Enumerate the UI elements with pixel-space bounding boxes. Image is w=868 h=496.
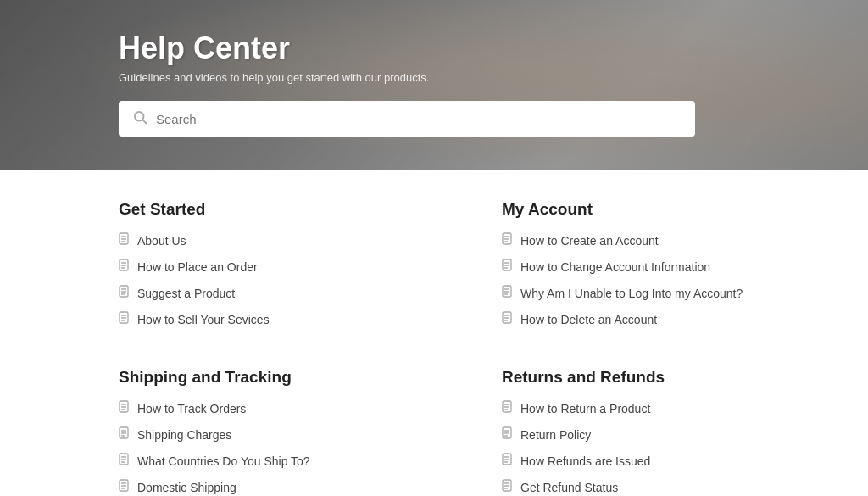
list-item[interactable]: How to Delete an Account xyxy=(502,311,817,327)
search-bar-wrapper xyxy=(119,101,817,137)
category-title-my-account: My Account xyxy=(502,200,817,219)
search-input[interactable] xyxy=(156,112,682,126)
list-item-label: How Refunds are Issued xyxy=(520,454,650,468)
list-item[interactable]: About Us xyxy=(119,232,434,248)
list-item-label: Return Policy xyxy=(520,428,591,442)
list-item[interactable]: Shipping Charges xyxy=(119,426,434,443)
list-item-label: What Countries Do You Ship To? xyxy=(137,454,310,468)
hero-section: Help Center Guidelines and videos to hel… xyxy=(0,0,868,170)
list-item-label: How to Delete an Account xyxy=(520,313,657,326)
document-icon xyxy=(502,453,514,469)
list-item[interactable]: How to Track Orders xyxy=(119,400,434,416)
document-icon xyxy=(502,232,514,248)
category-returns-refunds: Returns and Refunds How to Return a Prod… xyxy=(502,368,817,496)
list-item-label: Get Refund Status xyxy=(520,481,618,494)
list-item[interactable]: What Countries Do You Ship To? xyxy=(119,453,434,469)
list-item[interactable]: How Refunds are Issued xyxy=(502,453,817,469)
list-item[interactable]: Domestic Shipping xyxy=(119,479,434,495)
category-list-get-started: About Us How to Place an Order Suggest a… xyxy=(119,232,434,327)
list-item-label: How to Return a Product xyxy=(520,402,650,415)
category-title-get-started: Get Started xyxy=(119,200,434,219)
category-list-returns-refunds: How to Return a Product Return Policy Ho… xyxy=(502,400,817,495)
document-icon xyxy=(502,311,514,327)
document-icon xyxy=(502,479,514,495)
document-icon xyxy=(502,259,514,275)
list-item[interactable]: Return Policy xyxy=(502,426,817,443)
list-item-label: How to Sell Your Sevices xyxy=(137,313,270,326)
list-item-label: How to Place an Order xyxy=(137,260,258,274)
category-my-account: My Account How to Create an Account How … xyxy=(502,200,817,337)
hero-title: Help Center xyxy=(119,31,817,66)
category-title-shipping-tracking: Shipping and Tracking xyxy=(119,368,434,387)
list-item[interactable]: How to Create an Account xyxy=(502,232,817,248)
hero-subtitle: Guidelines and videos to help you get st… xyxy=(119,71,817,84)
content-area: Get Started About Us How to Place an Ord… xyxy=(0,170,868,496)
document-icon xyxy=(119,259,131,275)
document-icon xyxy=(502,426,514,443)
list-item[interactable]: How to Change Account Information xyxy=(502,259,817,275)
document-icon xyxy=(119,285,131,301)
category-shipping-tracking: Shipping and Tracking How to Track Order… xyxy=(119,368,434,496)
list-item-label: How to Change Account Information xyxy=(520,260,710,274)
document-icon xyxy=(119,426,131,443)
list-item[interactable]: Why Am I Unable to Log Into my Account? xyxy=(502,285,817,301)
list-item[interactable]: How to Return a Product xyxy=(502,400,817,416)
list-item[interactable]: Get Refund Status xyxy=(502,479,817,495)
list-item-label: Shipping Charges xyxy=(137,428,231,442)
category-list-shipping-tracking: How to Track Orders Shipping Charges Wha… xyxy=(119,400,434,495)
list-item-label: About Us xyxy=(137,234,186,248)
list-item-label: How to Create an Account xyxy=(520,234,659,248)
document-icon xyxy=(119,400,131,416)
svg-line-1 xyxy=(142,120,146,123)
category-title-returns-refunds: Returns and Refunds xyxy=(502,368,817,387)
categories-grid: Get Started About Us How to Place an Ord… xyxy=(119,200,817,496)
list-item-label: Domestic Shipping xyxy=(137,481,236,494)
document-icon xyxy=(119,311,131,327)
list-item[interactable]: How to Place an Order xyxy=(119,259,434,275)
category-get-started: Get Started About Us How to Place an Ord… xyxy=(119,200,434,337)
list-item-label: Why Am I Unable to Log Into my Account? xyxy=(520,287,743,300)
list-item-label: Suggest a Product xyxy=(137,287,235,300)
search-icon xyxy=(132,109,147,128)
list-item[interactable]: Suggest a Product xyxy=(119,285,434,301)
list-item-label: How to Track Orders xyxy=(137,402,246,415)
category-list-my-account: How to Create an Account How to Change A… xyxy=(502,232,817,327)
document-icon xyxy=(119,453,131,469)
document-icon xyxy=(119,232,131,248)
document-icon xyxy=(502,400,514,416)
search-bar xyxy=(119,101,695,137)
document-icon xyxy=(119,479,131,495)
document-icon xyxy=(502,285,514,301)
list-item[interactable]: How to Sell Your Sevices xyxy=(119,311,434,327)
